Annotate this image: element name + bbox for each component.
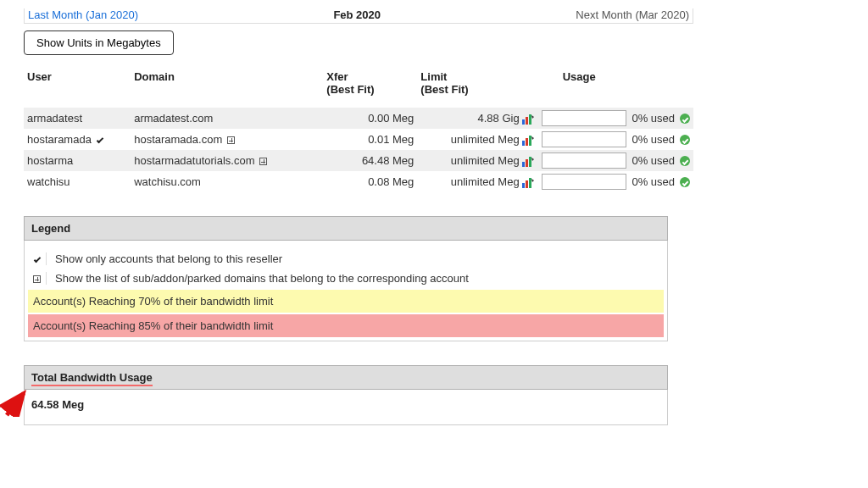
cell-limit: unlimited Meg — [417, 129, 537, 150]
legend-band-85: Account(s) Reaching 85% of their bandwid… — [28, 314, 664, 337]
cell-limit: 4.88 Gig — [417, 108, 537, 129]
chart-icon[interactable] — [522, 114, 534, 125]
check-icon — [31, 252, 47, 265]
cell-limit: unlimited Meg — [417, 171, 537, 192]
col-usage: Usage — [537, 65, 693, 108]
svg-rect-0 — [522, 119, 525, 125]
legend-section: Legend Show only accounts that belong to… — [24, 216, 668, 341]
status-ok-icon — [680, 114, 690, 124]
svg-rect-6 — [522, 162, 525, 167]
table-row: hostaramada hostaramada.com 0.01 Megunli… — [24, 129, 693, 150]
col-user: User — [24, 65, 131, 108]
month-nav: Last Month (Jan 2020) Feb 2020 Next Mont… — [24, 8, 693, 24]
total-section: Total Bandwidth Usage 64.58 Meg — [24, 365, 668, 425]
cell-user: hostarma — [24, 150, 131, 171]
expand-icon[interactable] — [259, 158, 267, 165]
cell-xfer: 0.01 Meg — [323, 129, 417, 150]
usage-pct: 0% used — [632, 133, 675, 146]
status-ok-icon — [680, 177, 690, 187]
cell-limit: unlimited Meg — [417, 150, 537, 171]
svg-rect-1 — [526, 117, 528, 125]
bandwidth-table: User Domain Xfer (Best Fit) Limit (Best … — [24, 65, 693, 192]
total-title: Total Bandwidth Usage — [24, 365, 668, 390]
table-row: armadatestarmadatest.com0.00 Meg4.88 Gig… — [24, 108, 693, 129]
chart-icon[interactable] — [522, 178, 534, 188]
svg-rect-7 — [526, 159, 528, 167]
cell-domain: hostarmadatutorials.com — [131, 150, 323, 171]
legend-band-70: Account(s) Reaching 70% of their bandwid… — [28, 290, 664, 313]
svg-rect-3 — [522, 141, 525, 146]
show-units-button[interactable]: Show Units in Megabytes — [24, 30, 174, 55]
usage-pct: 0% used — [632, 175, 675, 188]
cell-xfer: 0.00 Meg — [323, 108, 417, 129]
cell-domain: hostaramada.com — [131, 129, 323, 150]
status-ok-icon — [680, 135, 690, 145]
svg-rect-11 — [529, 178, 531, 188]
chart-icon[interactable] — [522, 136, 534, 146]
usage-bar — [542, 131, 626, 147]
cell-user: watchisu — [24, 171, 131, 192]
usage-bar — [542, 152, 626, 169]
status-ok-icon — [680, 156, 690, 166]
usage-bar — [542, 110, 626, 126]
expand-icon[interactable] — [227, 136, 235, 144]
svg-rect-4 — [526, 138, 528, 146]
legend-title: Legend — [24, 216, 668, 241]
col-xfer: Xfer (Best Fit) — [323, 65, 417, 108]
current-month: Feb 2020 — [333, 8, 381, 21]
svg-rect-8 — [529, 157, 531, 167]
usage-pct: 0% used — [632, 154, 675, 167]
col-limit: Limit (Best Fit) — [417, 65, 537, 108]
cell-domain: watchisu.com — [131, 171, 323, 192]
usage-bar — [542, 174, 626, 190]
svg-rect-5 — [529, 136, 531, 146]
next-month-link[interactable]: Next Month (Mar 2020) — [576, 8, 689, 21]
expand-icon — [31, 272, 47, 285]
svg-rect-2 — [529, 114, 531, 125]
prev-month-link[interactable]: Last Month (Jan 2020) — [28, 8, 138, 21]
legend-expand-text: Show the list of sub/addon/parked domain… — [55, 272, 469, 285]
table-row: watchisuwatchisu.com0.08 Megunlimited Me… — [24, 171, 693, 192]
check-icon — [96, 136, 103, 143]
cell-xfer: 64.48 Meg — [323, 150, 417, 171]
svg-rect-9 — [522, 183, 525, 188]
col-domain: Domain — [131, 65, 323, 108]
svg-rect-10 — [526, 180, 528, 188]
cell-xfer: 0.08 Meg — [323, 171, 417, 192]
cell-user: hostaramada — [24, 129, 131, 150]
cell-domain: armadatest.com — [131, 108, 323, 129]
legend-owned-text: Show only accounts that belong to this r… — [55, 252, 282, 265]
total-value: 64.58 Meg — [24, 390, 668, 425]
table-row: hostarmahostarmadatutorials.com 64.48 Me… — [24, 150, 693, 171]
usage-pct: 0% used — [632, 112, 675, 125]
cell-user: armadatest — [24, 108, 131, 129]
chart-icon[interactable] — [522, 157, 534, 167]
